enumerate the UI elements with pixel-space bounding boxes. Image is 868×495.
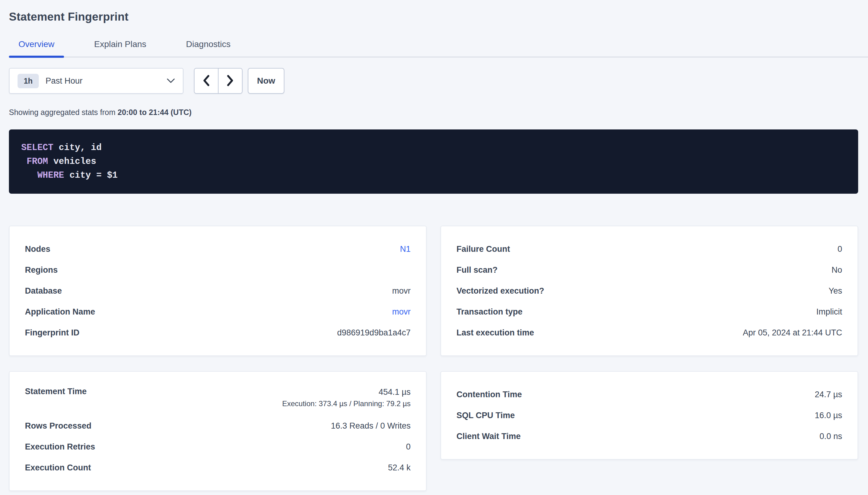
statement-timings-card: Statement Time 454.1 µs Execution: 373.4… bbox=[9, 371, 427, 491]
chevron-right-icon bbox=[227, 75, 234, 87]
row-value: 52.4 k bbox=[388, 463, 411, 473]
row-value: 454.1 µs bbox=[282, 387, 411, 397]
row-label: Full scan? bbox=[457, 265, 498, 275]
time-range-label: Past Hour bbox=[46, 76, 82, 86]
statement-fingerprint-page: Statement Fingerprint Overview Explain P… bbox=[0, 0, 868, 491]
time-range-badge: 1h bbox=[18, 74, 39, 88]
row-label: SQL CPU Time bbox=[457, 411, 515, 420]
tab-diagnostics[interactable]: Diagnostics bbox=[176, 39, 240, 56]
row-label: Contention Time bbox=[457, 390, 522, 399]
table-row: Statement Time 454.1 µs Execution: 373.4… bbox=[25, 384, 411, 415]
table-row: Regions bbox=[25, 259, 411, 280]
overview-details-card: Nodes N1 Regions Database movr Applicati… bbox=[9, 226, 427, 356]
table-row: Rows Processed 16.3 Reads / 0 Writes bbox=[25, 415, 411, 436]
previous-time-button[interactable] bbox=[195, 69, 218, 93]
table-row: Contention Time 24.7 µs bbox=[457, 384, 842, 405]
sql-keyword: SELECT bbox=[21, 143, 53, 153]
row-value-block: 454.1 µs Execution: 373.4 µs / Planning:… bbox=[282, 387, 411, 410]
sql-keyword: FROM bbox=[27, 156, 48, 167]
table-row: Execution Retries 0 bbox=[25, 436, 411, 457]
tab-overview[interactable]: Overview bbox=[9, 39, 64, 56]
aggregated-stats-summary: Showing aggregated stats from 20:00 to 2… bbox=[9, 108, 868, 117]
now-button[interactable]: Now bbox=[248, 68, 284, 94]
row-value: 0 bbox=[837, 244, 842, 254]
row-label: Fingerprint ID bbox=[25, 328, 79, 338]
sql-statement-box: SELECT city, id FROM vehicles WHERE city… bbox=[9, 130, 858, 194]
row-value: Apr 05, 2024 at 21:44 UTC bbox=[743, 328, 842, 338]
table-row: SQL CPU Time 16.0 µs bbox=[457, 405, 842, 426]
row-value: movr bbox=[392, 286, 411, 296]
row-label: Database bbox=[25, 286, 62, 296]
tab-explain-plans[interactable]: Explain Plans bbox=[85, 39, 156, 56]
row-label: Nodes bbox=[25, 244, 50, 254]
table-row: Last execution time Apr 05, 2024 at 21:4… bbox=[457, 322, 842, 343]
table-row: Database movr bbox=[25, 280, 411, 301]
row-label: Execution Retries bbox=[25, 442, 95, 451]
row-value: d986919d9ba1a4c7 bbox=[337, 328, 411, 338]
table-row: Execution Count 52.4 k bbox=[25, 457, 411, 478]
row-label: Application Name bbox=[25, 307, 95, 317]
page-title: Statement Fingerprint bbox=[9, 0, 868, 24]
row-label: Vectorized execution? bbox=[457, 286, 544, 296]
time-range-dropdown[interactable]: 1h Past Hour bbox=[9, 68, 183, 94]
wait-times-card: Contention Time 24.7 µs SQL CPU Time 16.… bbox=[440, 371, 858, 460]
sql-line: WHERE city = $1 bbox=[21, 169, 846, 182]
row-value: 0.0 ns bbox=[819, 432, 842, 441]
time-pager bbox=[194, 68, 243, 94]
row-label: Statement Time bbox=[25, 387, 87, 396]
chevron-left-icon bbox=[202, 75, 210, 87]
summary-time-range: 20:00 to 21:44 (UTC) bbox=[118, 108, 192, 117]
tab-bar: Overview Explain Plans Diagnostics bbox=[9, 39, 868, 57]
table-row: Client Wait Time 0.0 ns bbox=[457, 426, 842, 447]
time-controls: 1h Past Hour Now bbox=[9, 68, 868, 94]
sql-line: SELECT city, id bbox=[21, 141, 846, 155]
row-value: 0 bbox=[406, 442, 411, 451]
row-label: Failure Count bbox=[457, 244, 510, 254]
row-label: Last execution time bbox=[457, 328, 534, 338]
sql-line: FROM vehicles bbox=[21, 155, 846, 169]
execution-attributes-card: Failure Count 0 Full scan? No Vectorized… bbox=[440, 226, 858, 356]
table-row: Full scan? No bbox=[457, 259, 842, 280]
table-row: Nodes N1 bbox=[25, 239, 411, 259]
summary-prefix: Showing aggregated stats from bbox=[9, 108, 118, 117]
table-row: Vectorized execution? Yes bbox=[457, 280, 842, 301]
table-row: Application Name movr bbox=[25, 301, 411, 322]
stats-cards-grid: Nodes N1 Regions Database movr Applicati… bbox=[9, 226, 868, 491]
nodes-link[interactable]: N1 bbox=[400, 244, 411, 254]
row-value: No bbox=[831, 265, 842, 275]
row-subvalue: Execution: 373.4 µs / Planning: 79.2 µs bbox=[282, 397, 411, 410]
table-row: Transaction type Implicit bbox=[457, 301, 842, 322]
application-name-link[interactable]: movr bbox=[392, 307, 411, 317]
next-time-button[interactable] bbox=[218, 69, 242, 93]
chevron-down-icon bbox=[167, 79, 175, 83]
row-value: 16.3 Reads / 0 Writes bbox=[331, 421, 411, 431]
row-label: Execution Count bbox=[25, 463, 91, 473]
row-value: 16.0 µs bbox=[815, 411, 842, 420]
table-row: Failure Count 0 bbox=[457, 239, 842, 259]
sql-keyword: WHERE bbox=[37, 170, 64, 181]
row-value: Yes bbox=[829, 286, 842, 296]
row-label: Rows Processed bbox=[25, 421, 92, 431]
table-row: Fingerprint ID d986919d9ba1a4c7 bbox=[25, 322, 411, 343]
row-label: Regions bbox=[25, 265, 58, 275]
row-value: 24.7 µs bbox=[815, 390, 842, 399]
row-label: Client Wait Time bbox=[457, 432, 521, 441]
row-value: Implicit bbox=[816, 307, 842, 317]
row-label: Transaction type bbox=[457, 307, 523, 317]
